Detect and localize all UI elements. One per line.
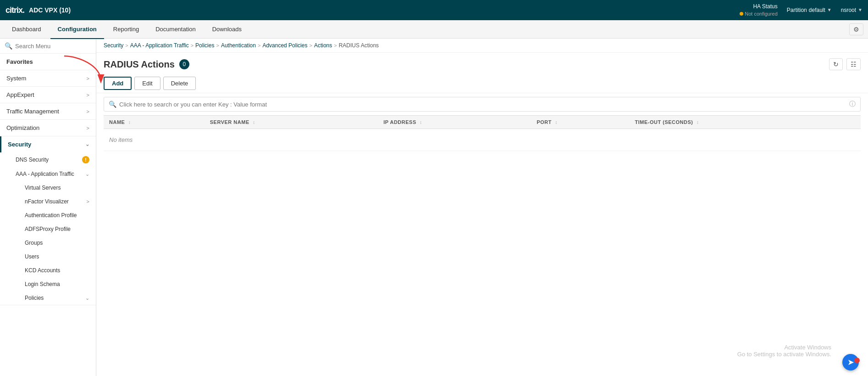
col-header-port[interactable]: PORT ↕ (531, 116, 629, 129)
ha-status-value: Not configured (740, 11, 778, 17)
partition-label: Partition (787, 7, 807, 13)
partition-chevron-icon: ▼ (827, 7, 832, 12)
breadcrumb-actions[interactable]: Actions (314, 42, 332, 49)
content-area: Security > AAA - Application Traffic > P… (96, 39, 868, 376)
ha-status-label: HA Status (753, 3, 777, 11)
ha-status-area: HA Status Not configured Partition defau… (740, 3, 862, 17)
col-timeout-label: TIME-OUT (SECONDS) (635, 119, 693, 125)
sidebar-sub-nfactor[interactable]: nFactor Visualizer > (18, 195, 96, 208)
sidebar-sub-policies-arrow-icon: ⌄ (85, 295, 89, 301)
page-header: RADIUS Actions 0 ↻ ☷ (96, 53, 868, 74)
table-header: NAME ↕ SERVER NAME ↕ IP ADDRESS ↕ PORT (104, 116, 861, 129)
sidebar-sub-nfactor-label: nFactor Visualizer (25, 198, 69, 205)
breadcrumb-sep-6: > (334, 43, 337, 48)
aaa-traffic-submenu: Virtual Servers nFactor Visualizer > Aut… (9, 181, 96, 305)
sidebar-section-appexpert: AppExpert > (0, 87, 96, 103)
breadcrumb-sep-4: > (258, 43, 260, 48)
user-chevron-icon: ▼ (858, 7, 862, 12)
sidebar-item-appexpert[interactable]: AppExpert > (0, 87, 96, 103)
sidebar-item-favorites[interactable]: Favorites (0, 54, 96, 70)
menu-item-documentation[interactable]: Documentation (148, 23, 203, 35)
breadcrumb-security[interactable]: Security (104, 42, 123, 49)
sidebar-item-system-arrow-icon: > (87, 76, 89, 81)
sidebar-item-appexpert-label: AppExpert (6, 91, 34, 98)
ha-status-block: HA Status Not configured (740, 3, 778, 17)
sidebar-sub-kcd-accounts[interactable]: KCD Accounts (18, 264, 96, 277)
ha-status-text: Not configured (745, 11, 778, 17)
view-toggle-button[interactable]: ☷ (846, 58, 861, 70)
menu-bar: Dashboard Configuration Reporting Docume… (0, 20, 868, 39)
refresh-button[interactable]: ↻ (829, 58, 843, 70)
username: nsroot (841, 7, 856, 13)
menu-bar-right: ⚙ (849, 23, 863, 35)
sidebar-sub-aaa-arrow-icon: ⌄ (85, 171, 89, 177)
breadcrumb-policies[interactable]: Policies (195, 42, 214, 49)
sidebar-item-security[interactable]: Security ⌄ (0, 136, 96, 152)
table-search-input[interactable] (119, 101, 846, 108)
sidebar-sub-auth-profile[interactable]: Authentication Profile (18, 208, 96, 222)
delete-button[interactable]: Delete (163, 77, 196, 90)
sidebar-item-system-label: System (6, 75, 26, 82)
search-icon: 🔍 (5, 42, 12, 50)
sidebar-sub-dns-security[interactable]: DNS Security ! (9, 152, 96, 167)
search-input[interactable] (15, 43, 91, 50)
breadcrumb-sep-3: > (216, 43, 219, 48)
sidebar-sub-virtual-servers-label: Virtual Servers (25, 185, 61, 191)
sidebar-item-system[interactable]: System > (0, 70, 96, 86)
sidebar-item-appexpert-arrow-icon: > (87, 92, 89, 98)
settings-gear-button[interactable]: ⚙ (849, 23, 863, 35)
breadcrumb-advanced[interactable]: Advanced Policies (262, 42, 307, 49)
citrix-logo: citrix. (6, 6, 24, 15)
table-body: No items (104, 129, 861, 151)
menu-item-configuration[interactable]: Configuration (50, 23, 104, 35)
toolbar: Add Edit Delete (96, 74, 868, 93)
menu-item-downloads[interactable]: Downloads (205, 23, 249, 35)
menu-item-dashboard[interactable]: Dashboard (5, 23, 49, 35)
sidebar-sub-groups[interactable]: Groups (18, 236, 96, 250)
partition-selector[interactable]: Partition default ▼ (787, 7, 832, 13)
sidebar-sub-adfs-proxy[interactable]: ADFSProxy Profile (18, 222, 96, 236)
sidebar-item-optimization[interactable]: Optimization > (0, 120, 96, 136)
col-header-timeout[interactable]: TIME-OUT (SECONDS) ↕ (630, 116, 861, 129)
ha-status-dot (740, 12, 743, 16)
sidebar-sub-users-label: Users (25, 253, 39, 260)
sidebar-section-optimization: Optimization > (0, 120, 96, 136)
breadcrumb: Security > AAA - Application Traffic > P… (96, 39, 868, 53)
compass-notification-dot (854, 358, 860, 363)
col-ip-address-label: IP ADDRESS (383, 119, 416, 125)
table-search-box[interactable]: 🔍 ⓘ (104, 97, 861, 112)
col-header-ip-address[interactable]: IP ADDRESS ↕ (378, 116, 531, 129)
sidebar-sub-virtual-servers[interactable]: Virtual Servers (18, 181, 96, 195)
sidebar-sub-login-schema-label: Login Schema (25, 281, 60, 287)
add-button[interactable]: Add (104, 77, 132, 90)
sidebar-sub-policies[interactable]: Policies ⌄ (18, 291, 96, 305)
sidebar: 🔍 Favorites System > AppExpert > Traffic… (0, 39, 96, 376)
user-menu[interactable]: nsroot ▼ (841, 7, 862, 13)
breadcrumb-sep-1: > (125, 43, 128, 48)
edit-button[interactable]: Edit (134, 77, 160, 90)
top-bar: citrix. ADC VPX (10) HA Status Not confi… (0, 0, 868, 20)
sidebar-sub-aaa-traffic-label: AAA - Application Traffic (16, 171, 74, 177)
main-layout: 🔍 Favorites System > AppExpert > Traffic… (0, 39, 868, 376)
search-box[interactable]: 🔍 (0, 39, 96, 54)
breadcrumb-authentication[interactable]: Authentication (221, 42, 256, 49)
col-header-name[interactable]: NAME ↕ (104, 116, 205, 129)
menu-item-reporting[interactable]: Reporting (106, 23, 146, 35)
breadcrumb-sep-2: > (191, 43, 194, 48)
sidebar-favorites-section: Favorites (0, 54, 96, 70)
breadcrumb-aaa[interactable]: AAA - Application Traffic (130, 42, 189, 49)
header-actions: ↻ ☷ (829, 58, 861, 70)
sidebar-sub-users[interactable]: Users (18, 250, 96, 264)
col-header-server-name[interactable]: SERVER NAME ↕ (205, 116, 378, 129)
security-submenu: DNS Security ! AAA - Application Traffic… (0, 152, 96, 305)
radius-actions-table: NAME ↕ SERVER NAME ↕ IP ADDRESS ↕ PORT (104, 115, 861, 151)
sidebar-sub-login-schema[interactable]: Login Schema (18, 277, 96, 291)
table-wrapper: NAME ↕ SERVER NAME ↕ IP ADDRESS ↕ PORT (96, 115, 868, 376)
sidebar-item-traffic-management[interactable]: Traffic Management > (0, 103, 96, 119)
sidebar-sub-aaa-traffic[interactable]: AAA - Application Traffic ⌄ (9, 167, 96, 181)
sidebar-sub-nfactor-arrow-icon: > (87, 199, 89, 204)
page-count-badge: 0 (179, 59, 189, 69)
sidebar-item-optimization-label: Optimization (6, 124, 39, 131)
col-server-name-label: SERVER NAME (210, 119, 249, 125)
sidebar-item-security-arrow-icon: ⌄ (85, 141, 89, 147)
